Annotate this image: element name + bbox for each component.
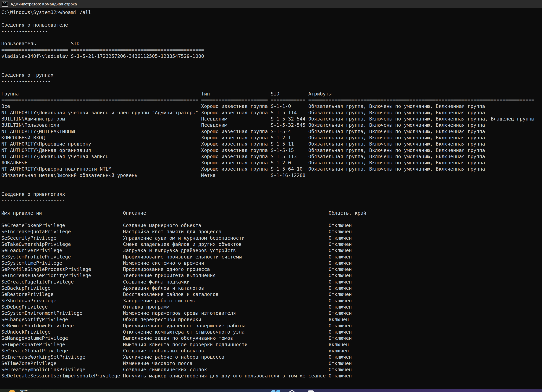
privilege-row: SeCreateGlobalPrivilege Создание глобаль…: [1, 348, 542, 354]
cmd-icon-glyph: C:\_: [3, 2, 8, 5]
privilege-row: SeDebugPrivilege Отладка программ Отключ…: [1, 304, 542, 310]
group-row: BUILTIN\Пользователи Псевдоним S-1-5-32-…: [1, 122, 542, 128]
privilege-row: SeChangeNotifyPrivilege Обход перекрестн…: [1, 316, 542, 323]
copilot-icon[interactable]: [323, 391, 330, 392]
privilege-row: SeCreatePagefilePrivilege Создание файла…: [1, 279, 542, 285]
table-separator: ========================================…: [1, 97, 542, 103]
privilege-row: SeSystemEnvironmentPrivilege Изменение п…: [1, 310, 542, 316]
privilege-row: SeIncreaseWorkingSetPrivilege Увеличение…: [1, 354, 542, 360]
privilege-row: SeRemoteShutdownPrivilege Принудительное…: [1, 323, 542, 329]
prompt-line: C:\Windows\System32>whoami /all: [1, 9, 542, 16]
table-header: Группа Тип SID Атрибуты: [1, 91, 542, 97]
privilege-row: SeSecurityPrivilege Управление аудитом и…: [1, 235, 542, 241]
privilege-row: SeCreateTokenPrivilege Создание маркерно…: [1, 222, 542, 229]
weather-temperature: 20°C: [20, 389, 28, 392]
group-row: NT AUTHORITY\Данная организация Хорошо и…: [1, 147, 542, 153]
privilege-row: SeRestorePrivilege Восстановление файлов…: [1, 291, 542, 298]
group-row: NT AUTHORITY\Локальная учетная запись и …: [1, 110, 542, 116]
title-bar: C:\_ Администратор: Командная строка: [0, 0, 542, 8]
table-header: Имя привилегии Описание Область, край: [1, 210, 542, 216]
privilege-row: SeBackupPrivilege Архивация файлов и кат…: [1, 285, 542, 291]
privilege-row: SeShutdownPrivilege Завершение работы си…: [1, 298, 542, 304]
group-row: NT AUTHORITY\Локальная учетная запись Хо…: [1, 153, 542, 160]
privilege-row: SeIncreaseBasePriorityPrivilege Увеличен…: [1, 272, 542, 279]
terminal-line: [1, 16, 542, 22]
privilege-row: SeTakeOwnershipPrivilege Смена владельце…: [1, 241, 542, 247]
group-row: КОНСОЛЬНЫЙ ВХОД Хорошо известная группа …: [1, 135, 542, 141]
table-header: Пользователь SID: [1, 41, 542, 47]
table-separator: ======================= ================…: [1, 47, 542, 53]
terminal-line: [1, 179, 542, 185]
group-row: NT AUTHORITY\ИНТЕРАКТИВНЫЕ Хорошо извест…: [1, 128, 542, 135]
task-view-icon[interactable]: [308, 391, 314, 392]
taskbar: 20°C: [0, 389, 542, 392]
terminal-output[interactable]: C:\Windows\System32>whoami /all Сведения…: [0, 8, 542, 389]
privilege-row: SeTimeZonePrivilege Изменение часового п…: [1, 360, 542, 367]
group-row: NT AUTHORITY\Проверка подлинности NTLM Х…: [1, 166, 542, 172]
privilege-row: SeSystemtimePrivilege Изменение системно…: [1, 260, 542, 266]
screen: C:\_ Администратор: Командная строка C:\…: [0, 0, 542, 392]
privilege-row: SeProfileSingleProcessPrivilege Профилир…: [1, 266, 542, 272]
privilege-row: SeCreateSymbolicLinkPrivilege Создание с…: [1, 367, 542, 373]
group-row: Обязательная метка\Высокий обязательный …: [1, 172, 542, 179]
privilege-row: SeIncreaseQuotaPrivilege Настройка квот …: [1, 229, 542, 235]
terminal-line: [1, 204, 542, 210]
privilege-row: SeUndockPrivilege Отключение компьютера …: [1, 329, 542, 335]
terminal-line: [1, 66, 542, 72]
privilege-row: SeManageVolumePrivilege Выполнение задач…: [1, 335, 542, 341]
section-underline: ----------------: [1, 28, 542, 34]
section-underline: ----------------------: [1, 197, 542, 204]
window-title: Администратор: Командная строка: [11, 2, 77, 6]
terminal-line: [1, 185, 542, 191]
group-row: BUILTIN\Администраторы Псевдоним S-1-5-3…: [1, 116, 542, 122]
section-heading: Сведения о группах: [1, 72, 542, 78]
group-row: ЛОКАЛЬНЫЕ Хорошо известная группа S-1-2-…: [1, 160, 542, 166]
group-row: Все Хорошо известная группа S-1-1-0 Обяз…: [1, 103, 542, 109]
search-icon[interactable]: [289, 390, 295, 392]
section-heading: Сведения о привилегиях: [1, 191, 542, 197]
privilege-row: SeDelegateSessionUserImpersonatePrivileg…: [1, 373, 542, 379]
table-separator: ========================================…: [1, 216, 542, 222]
start-icon[interactable]: [271, 390, 280, 392]
weather-sun-icon: [9, 390, 16, 392]
terminal-line: [1, 59, 542, 65]
privilege-row: SeImpersonatePrivilege Имитация клиента …: [1, 342, 542, 348]
section-heading: Сведения о пользователе: [1, 22, 542, 28]
section-underline: -----------------: [1, 78, 542, 84]
terminal-line: [1, 85, 542, 91]
terminal-line: [1, 34, 542, 41]
privilege-row: SeLoadDriverPrivilege Загрузка и выгрузк…: [1, 247, 542, 254]
cmd-icon: C:\_: [2, 1, 8, 7]
privilege-row: SeSystemProfilePrivilege Профилирование …: [1, 254, 542, 260]
group-row: NT AUTHORITY\Прошедшие проверку Хорошо и…: [1, 141, 542, 147]
user-row: vladislav340f\vladislav S-1-5-21-1723257…: [1, 53, 542, 59]
